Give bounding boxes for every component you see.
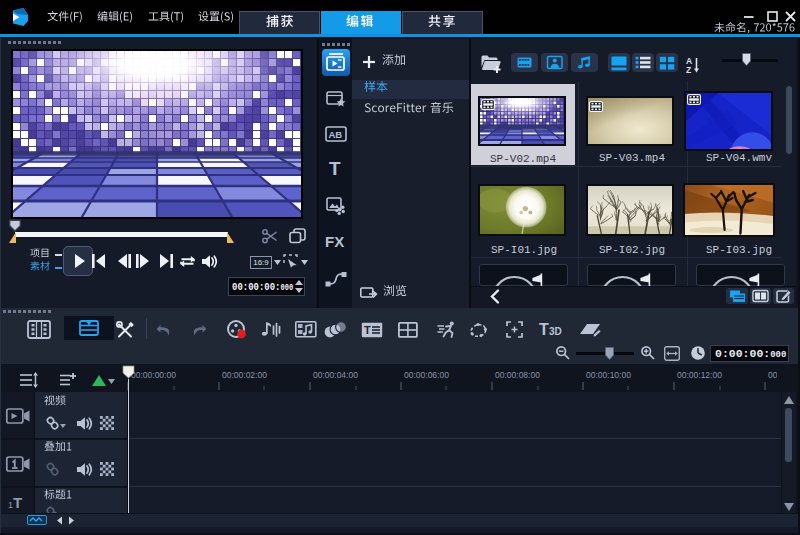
svg-text:Z: Z [686,65,691,75]
svg-text:T: T [539,321,549,338]
svg-text:T: T [364,324,371,336]
svg-text:AB: AB [328,129,342,140]
svg-text:3D: 3D [549,326,562,337]
